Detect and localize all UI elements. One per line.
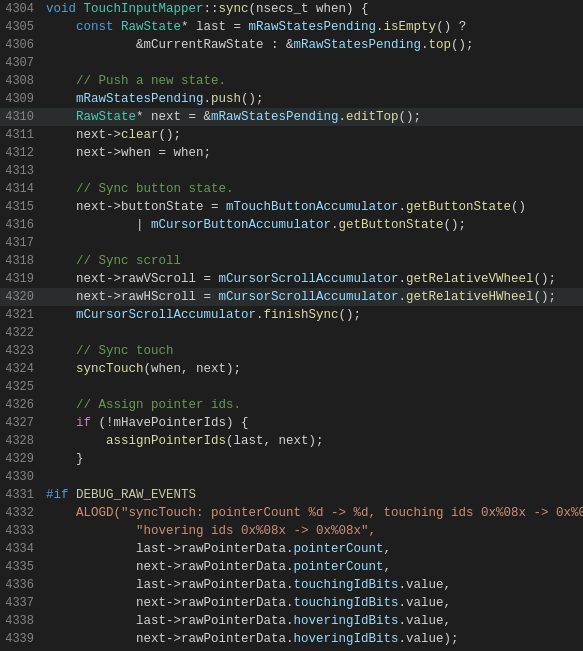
line-content: const RawState* last = mRawStatesPending…	[42, 18, 583, 36]
table-row: 4324 syncTouch(when, next);	[0, 360, 583, 378]
table-row: 4322	[0, 324, 583, 342]
line-content: next->rawPointerData.pointerCount,	[42, 558, 583, 576]
table-row: 4317	[0, 234, 583, 252]
line-content: last->rawPointerData.touchingIdBits.valu…	[42, 576, 583, 594]
line-number: 4312	[0, 144, 42, 162]
line-content: next->rawPointerData.touchingIdBits.valu…	[42, 594, 583, 612]
line-content: // Sync button state.	[42, 180, 583, 198]
table-row: 4320 next->rawHScroll = mCursorScrollAcc…	[0, 288, 583, 306]
line-number: 4336	[0, 576, 42, 594]
code-viewer: 4304void TouchInputMapper::sync(nsecs_t …	[0, 0, 583, 651]
line-content: syncTouch(when, next);	[42, 360, 583, 378]
line-content: mCursorScrollAccumulator.finishSync();	[42, 306, 583, 324]
line-number: 4310	[0, 108, 42, 126]
line-number: 4321	[0, 306, 42, 324]
table-row: 4319 next->rawVScroll = mCursorScrollAcc…	[0, 270, 583, 288]
line-number: 4315	[0, 198, 42, 216]
table-row: 4313	[0, 162, 583, 180]
table-row: 4329 }	[0, 450, 583, 468]
line-content: next->clear();	[42, 126, 583, 144]
table-row: 4318 // Sync scroll	[0, 252, 583, 270]
line-number: 4313	[0, 162, 42, 180]
table-row: 4314 // Sync button state.	[0, 180, 583, 198]
line-number: 4304	[0, 0, 42, 18]
table-row: 4306 &mCurrentRawState : &mRawStatesPend…	[0, 36, 583, 54]
table-row: 4323 // Sync touch	[0, 342, 583, 360]
line-content: }	[42, 450, 583, 468]
line-content: assignPointerIds(last, next);	[42, 432, 583, 450]
table-row: 4338 last->rawPointerData.hoveringIdBits…	[0, 612, 583, 630]
line-content: next->rawVScroll = mCursorScrollAccumula…	[42, 270, 583, 288]
table-row: 4304void TouchInputMapper::sync(nsecs_t …	[0, 0, 583, 18]
line-content: next->buttonState = mTouchButtonAccumula…	[42, 198, 583, 216]
table-row: 4312 next->when = when;	[0, 144, 583, 162]
line-number: 4306	[0, 36, 42, 54]
line-number: 4319	[0, 270, 42, 288]
line-number: 4307	[0, 54, 42, 72]
line-content: // Sync scroll	[42, 252, 583, 270]
line-number: 4332	[0, 504, 42, 522]
line-content: #if DEBUG_RAW_EVENTS	[42, 486, 583, 504]
line-number: 4327	[0, 414, 42, 432]
table-row: 4331#if DEBUG_RAW_EVENTS	[0, 486, 583, 504]
line-number: 4322	[0, 324, 42, 342]
table-row: 4311 next->clear();	[0, 126, 583, 144]
line-content: last->rawPointerData.pointerCount,	[42, 540, 583, 558]
line-number: 4308	[0, 72, 42, 90]
line-content: mRawStatesPending.push();	[42, 90, 583, 108]
line-number: 4311	[0, 126, 42, 144]
line-content: // Assign pointer ids.	[42, 396, 583, 414]
line-number: 4330	[0, 468, 42, 486]
table-row: 4310 RawState* next = &mRawStatesPending…	[0, 108, 583, 126]
line-content: ALOGD("syncTouch: pointerCount %d -> %d,…	[42, 504, 583, 522]
table-row: 4326 // Assign pointer ids.	[0, 396, 583, 414]
table-row: 4332 ALOGD("syncTouch: pointerCount %d -…	[0, 504, 583, 522]
line-number: 4318	[0, 252, 42, 270]
line-number: 4326	[0, 396, 42, 414]
line-number: 4317	[0, 234, 42, 252]
line-content: // Push a new state.	[42, 72, 583, 90]
line-content: // Sync touch	[42, 342, 583, 360]
line-number: 4333	[0, 522, 42, 540]
table-row: 4315 next->buttonState = mTouchButtonAcc…	[0, 198, 583, 216]
line-number: 4339	[0, 630, 42, 648]
table-row: 4335 next->rawPointerData.pointerCount,	[0, 558, 583, 576]
line-content: &mCurrentRawState : &mRawStatesPending.t…	[42, 36, 583, 54]
line-number: 4331	[0, 486, 42, 504]
line-number: 4334	[0, 540, 42, 558]
line-number: 4325	[0, 378, 42, 396]
line-number: 4338	[0, 612, 42, 630]
table-row: 4328 assignPointerIds(last, next);	[0, 432, 583, 450]
table-row: 4330	[0, 468, 583, 486]
table-row: 4336 last->rawPointerData.touchingIdBits…	[0, 576, 583, 594]
line-content: if (!mHavePointerIds) {	[42, 414, 583, 432]
table-row: 4307	[0, 54, 583, 72]
line-content: "hovering ids 0x%08x -> 0x%08x",	[42, 522, 583, 540]
table-row: 4327 if (!mHavePointerIds) {	[0, 414, 583, 432]
line-content: next->rawHScroll = mCursorScrollAccumula…	[42, 288, 583, 306]
table-row: 4333 "hovering ids 0x%08x -> 0x%08x",	[0, 522, 583, 540]
table-row: 4325	[0, 378, 583, 396]
line-number: 4335	[0, 558, 42, 576]
table-row: 4339 next->rawPointerData.hoveringIdBits…	[0, 630, 583, 648]
table-row: 4334 last->rawPointerData.pointerCount,	[0, 540, 583, 558]
line-content: last->rawPointerData.hoveringIdBits.valu…	[42, 612, 583, 630]
line-content: void TouchInputMapper::sync(nsecs_t when…	[42, 0, 583, 18]
table-row: 4308 // Push a new state.	[0, 72, 583, 90]
line-number: 4328	[0, 432, 42, 450]
table-row: 4321 mCursorScrollAccumulator.finishSync…	[0, 306, 583, 324]
table-row: 4309 mRawStatesPending.push();	[0, 90, 583, 108]
line-number: 4314	[0, 180, 42, 198]
line-number: 4323	[0, 342, 42, 360]
line-number: 4305	[0, 18, 42, 36]
line-number: 4320	[0, 288, 42, 306]
line-content: next->when = when;	[42, 144, 583, 162]
table-row: 4305 const RawState* last = mRawStatesPe…	[0, 18, 583, 36]
line-number: 4324	[0, 360, 42, 378]
line-number: 4316	[0, 216, 42, 234]
line-content: | mCursorButtonAccumulator.getButtonStat…	[42, 216, 583, 234]
line-content: next->rawPointerData.hoveringIdBits.valu…	[42, 630, 583, 648]
table-row: 4316 | mCursorButtonAccumulator.getButto…	[0, 216, 583, 234]
line-number: 4337	[0, 594, 42, 612]
table-row: 4337 next->rawPointerData.touchingIdBits…	[0, 594, 583, 612]
